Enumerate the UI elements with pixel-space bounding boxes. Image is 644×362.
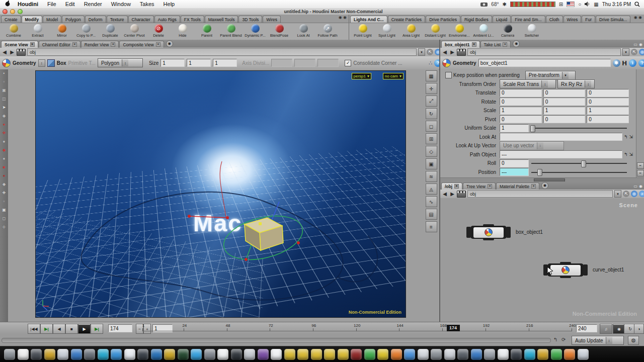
view-control-icon[interactable]: ≡ — [426, 221, 437, 232]
recook-icon[interactable]: ⟳ — [561, 337, 566, 342]
dock-app-icon[interactable] — [164, 349, 175, 360]
dock-app-icon[interactable] — [191, 349, 202, 360]
dock-app-icon[interactable] — [551, 349, 562, 360]
shelf-tool[interactable]: Dynamic P... — [244, 24, 267, 38]
shelf-tool[interactable]: Parent — [195, 24, 218, 38]
network-type-icon[interactable] — [457, 49, 466, 56]
dock-app-icon[interactable] — [391, 349, 402, 360]
pin-pane-icon[interactable]: ⇱ — [631, 49, 637, 55]
size-x-input[interactable] — [160, 59, 185, 67]
shelf-tool[interactable]: Spot Light — [375, 24, 398, 38]
dock-app-icon[interactable] — [84, 349, 95, 360]
gear-icon[interactable]: ✱ — [613, 59, 620, 67]
volume-icon[interactable] — [585, 2, 590, 7]
dock-app-icon[interactable] — [284, 349, 295, 360]
uniform-scale-slider[interactable] — [530, 125, 628, 132]
toolbar-icon[interactable]: ◆ — [3, 114, 6, 118]
node-flag-right[interactable] — [583, 264, 588, 276]
dock-app-icon[interactable] — [324, 349, 335, 360]
shelf-scroll-arrows[interactable]: ◉ ◉ — [634, 15, 642, 20]
size-y-input[interactable] — [187, 59, 211, 67]
dock-app-icon[interactable] — [124, 349, 135, 360]
op-jump-icon[interactable]: ↰ — [624, 134, 628, 139]
play-button[interactable]: ▶ — [78, 324, 91, 334]
view-control-icon[interactable]: ⊞ — [426, 133, 437, 144]
toolbar-icon[interactable]: ✚ — [3, 131, 6, 135]
dock-app-icon[interactable] — [57, 349, 68, 360]
pin-pane-icon[interactable]: ⇱ — [427, 49, 433, 55]
shelf-tool[interactable]: Point Light — [351, 24, 374, 38]
scroll-up-button[interactable]: •• — [637, 162, 644, 169]
timeline-scrollbar[interactable] — [2, 338, 551, 343]
dock-app-icon[interactable] — [578, 349, 589, 360]
scale-x-input[interactable] — [500, 107, 542, 115]
shelf-tab[interactable]: Rigid Bodies — [461, 16, 492, 23]
translate-x-input[interactable] — [500, 89, 542, 97]
pane-divider[interactable] — [439, 40, 440, 322]
pivot-x-input[interactable] — [500, 115, 542, 123]
dock-app-icon[interactable] — [457, 349, 468, 360]
path-dropdown-icon[interactable]: ▾ — [418, 48, 425, 56]
pane-tab[interactable]: Take List✕ — [480, 41, 511, 48]
dock-app-icon[interactable] — [484, 349, 495, 360]
path-object-input[interactable] — [500, 150, 622, 158]
network-type-icon[interactable] — [17, 49, 26, 56]
shelf-tab[interactable]: Liquid — [493, 16, 511, 23]
link-pane-icon[interactable]: ◎ — [639, 49, 644, 55]
path-back-button[interactable]: ◀ — [442, 49, 448, 55]
path-forward-button[interactable]: ▶ — [9, 49, 15, 55]
rotate-z-input[interactable] — [587, 98, 629, 106]
rotate-order-dropdown[interactable]: Rx Ry Rz↕ — [557, 79, 595, 88]
view-control-icon[interactable]: ◇ — [426, 146, 437, 157]
close-tab-icon[interactable]: ✕ — [503, 42, 507, 47]
dock-app-icon[interactable] — [524, 349, 535, 360]
shelf-tab[interactable]: Create — [1, 16, 21, 23]
dock-app-icon[interactable] — [311, 349, 322, 360]
menu-item[interactable]: Window — [107, 1, 135, 7]
dock-app-icon[interactable] — [244, 349, 255, 360]
toolbar-icon[interactable]: ● — [3, 174, 6, 178]
toolbar-icon[interactable]: ▣ — [2, 208, 6, 212]
toolbar-icon[interactable]: ◆ — [3, 148, 6, 152]
shelf-tab[interactable]: Drive Simula... — [596, 16, 630, 23]
view-control-icon[interactable]: ⤢ — [426, 96, 437, 107]
pane-tab[interactable]: Render View✕ — [81, 41, 119, 48]
dock-app-icon[interactable] — [258, 349, 269, 360]
consolidate-checkbox[interactable]: ✓ — [345, 60, 351, 66]
op-select-icon[interactable]: ⇲ — [629, 152, 633, 157]
slider-handle[interactable] — [530, 125, 535, 132]
transform-order-dropdown[interactable]: Scale Rot Trans↕ — [500, 79, 556, 88]
pane-tab[interactable]: Tree View✕ — [463, 183, 496, 190]
weather-temp[interactable]: 68° — [491, 2, 499, 7]
scroll-down-button[interactable]: •• — [637, 170, 644, 176]
camera-view-badge[interactable]: persp1▾ — [352, 73, 371, 79]
shelf-tool[interactable]: Environme... — [448, 24, 471, 38]
menu-item[interactable]: Render — [79, 1, 107, 7]
spaces-grid-icon[interactable]: ⊞ — [559, 2, 563, 7]
dock-app-icon[interactable] — [431, 349, 442, 360]
dock-app-icon[interactable] — [351, 349, 362, 360]
shelf-tool[interactable]: Area Light — [399, 24, 423, 38]
shelf-tab[interactable]: Maxwell Tools — [205, 16, 238, 23]
pane-tab[interactable]: Composite View✕ — [119, 41, 164, 48]
close-tab-icon[interactable]: ✕ — [30, 42, 35, 47]
shelf-tool[interactable]: Camera — [496, 24, 519, 38]
primitive-mode-dropdown[interactable]: Polygon↕ — [98, 58, 143, 67]
toolbar-icon[interactable]: ● — [3, 157, 6, 161]
dock-app-icon[interactable] — [297, 349, 308, 360]
shelf-tab[interactable]: FX Tools — [181, 16, 204, 23]
close-tab-icon[interactable]: ✕ — [111, 42, 115, 47]
shelf-tool[interactable]: Copy to P... — [74, 24, 98, 38]
update-mode-dropdown[interactable]: Auto Update↕ — [572, 336, 624, 345]
dock-app-icon[interactable] — [111, 349, 122, 360]
toolbar-icon[interactable]: ➤ — [3, 106, 6, 110]
view-control-icon[interactable]: ◬ — [426, 184, 437, 195]
look-at-input[interactable] — [500, 133, 622, 141]
scene-viewport-pane[interactable]: Mac persp1▾ — [8, 69, 439, 322]
shelf-tab[interactable]: Lights And C... — [350, 16, 387, 23]
pane-tab[interactable]: Channel Editor✕ — [39, 41, 80, 48]
close-tab-icon[interactable]: ✕ — [454, 184, 459, 189]
dock-app-icon[interactable] — [98, 349, 109, 360]
pane-tab[interactable]: Scene View✕ — [1, 41, 38, 48]
dock-app-icon[interactable] — [217, 349, 228, 360]
